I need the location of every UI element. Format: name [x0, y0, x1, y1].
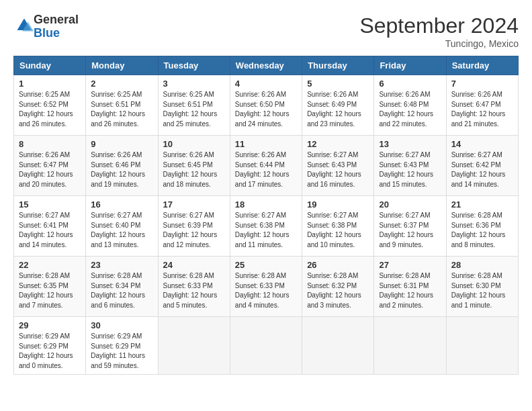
day-info: Sunrise: 6:28 AM Sunset: 6:30 PM Dayligh…: [451, 271, 513, 310]
col-wednesday: Wednesday: [230, 56, 302, 75]
day-number: 10: [163, 139, 225, 149]
day-info: Sunrise: 6:25 AM Sunset: 6:52 PM Dayligh…: [19, 90, 81, 129]
day-number: 1: [19, 79, 81, 89]
day-number: 20: [379, 199, 441, 210]
calendar-week-1: 1 Sunrise: 6:25 AM Sunset: 6:52 PM Dayli…: [14, 75, 519, 136]
day-info: Sunrise: 6:28 AM Sunset: 6:35 PM Dayligh…: [19, 271, 81, 310]
day-number: 3: [163, 79, 225, 89]
calendar-table: Sunday Monday Tuesday Wednesday Thursday…: [13, 56, 519, 375]
day-info: Sunrise: 6:25 AM Sunset: 6:51 PM Dayligh…: [163, 90, 225, 129]
day-info: Sunrise: 6:28 AM Sunset: 6:32 PM Dayligh…: [307, 271, 369, 310]
day-info: Sunrise: 6:28 AM Sunset: 6:33 PM Dayligh…: [235, 271, 297, 310]
day-info: Sunrise: 6:28 AM Sunset: 6:33 PM Dayligh…: [163, 271, 225, 310]
day-info: Sunrise: 6:25 AM Sunset: 6:51 PM Dayligh…: [91, 90, 152, 129]
day-info: Sunrise: 6:28 AM Sunset: 6:36 PM Dayligh…: [451, 211, 513, 250]
day-info: Sunrise: 6:29 AM Sunset: 6:29 PM Dayligh…: [19, 332, 81, 371]
col-sunday: Sunday: [14, 56, 86, 75]
day-info: Sunrise: 6:26 AM Sunset: 6:50 PM Dayligh…: [235, 90, 297, 129]
calendar-day-8: 8 Sunrise: 6:26 AM Sunset: 6:47 PM Dayli…: [14, 136, 86, 196]
day-number: 4: [235, 79, 297, 89]
calendar-day-4: 4 Sunrise: 6:26 AM Sunset: 6:50 PM Dayli…: [230, 75, 302, 136]
calendar-day-6: 6 Sunrise: 6:26 AM Sunset: 6:48 PM Dayli…: [374, 75, 446, 136]
calendar-week-5: 29 Sunrise: 6:29 AM Sunset: 6:29 PM Dayl…: [14, 317, 519, 375]
day-info: Sunrise: 6:28 AM Sunset: 6:34 PM Dayligh…: [91, 271, 152, 310]
day-number: 30: [91, 320, 152, 330]
calendar-day-24: 24 Sunrise: 6:28 AM Sunset: 6:33 PM Dayl…: [158, 257, 230, 317]
calendar-day-15: 15 Sunrise: 6:27 AM Sunset: 6:41 PM Dayl…: [14, 196, 86, 257]
day-info: Sunrise: 6:26 AM Sunset: 6:44 PM Dayligh…: [235, 150, 297, 189]
empty-cell: [302, 317, 374, 375]
calendar-day-22: 22 Sunrise: 6:28 AM Sunset: 6:35 PM Dayl…: [14, 257, 86, 317]
title-section: September 2024 Tuncingo, Mexico: [359, 13, 519, 49]
calendar-day-17: 17 Sunrise: 6:27 AM Sunset: 6:39 PM Dayl…: [158, 196, 230, 257]
day-number: 7: [451, 79, 513, 89]
empty-cell: [158, 317, 230, 375]
calendar-day-9: 9 Sunrise: 6:26 AM Sunset: 6:46 PM Dayli…: [86, 136, 158, 196]
calendar-day-30: 30 Sunrise: 6:29 AM Sunset: 6:29 PM Dayl…: [86, 317, 158, 375]
day-number: 26: [307, 260, 369, 270]
day-info: Sunrise: 6:27 AM Sunset: 6:38 PM Dayligh…: [235, 211, 297, 250]
day-number: 22: [19, 260, 81, 270]
calendar-day-13: 13 Sunrise: 6:27 AM Sunset: 6:43 PM Dayl…: [374, 136, 446, 196]
day-number: 27: [379, 260, 441, 270]
day-number: 25: [235, 260, 297, 270]
day-number: 21: [451, 199, 513, 210]
calendar-day-29: 29 Sunrise: 6:29 AM Sunset: 6:29 PM Dayl…: [14, 317, 86, 375]
day-number: 23: [91, 260, 152, 270]
day-number: 6: [379, 79, 441, 89]
calendar-day-3: 3 Sunrise: 6:25 AM Sunset: 6:51 PM Dayli…: [158, 75, 230, 136]
day-info: Sunrise: 6:28 AM Sunset: 6:31 PM Dayligh…: [379, 271, 441, 310]
day-info: Sunrise: 6:26 AM Sunset: 6:47 PM Dayligh…: [451, 90, 513, 129]
day-info: Sunrise: 6:26 AM Sunset: 6:48 PM Dayligh…: [379, 90, 441, 129]
day-info: Sunrise: 6:26 AM Sunset: 6:45 PM Dayligh…: [163, 150, 225, 189]
calendar-day-21: 21 Sunrise: 6:28 AM Sunset: 6:36 PM Dayl…: [446, 196, 518, 257]
empty-cell: [230, 317, 302, 375]
logo-blue: Blue: [34, 26, 60, 40]
calendar-day-27: 27 Sunrise: 6:28 AM Sunset: 6:31 PM Dayl…: [374, 257, 446, 317]
calendar-day-26: 26 Sunrise: 6:28 AM Sunset: 6:32 PM Dayl…: [302, 257, 374, 317]
logo: General Blue: [13, 13, 79, 40]
calendar-day-12: 12 Sunrise: 6:27 AM Sunset: 6:43 PM Dayl…: [302, 136, 374, 196]
location: Tuncingo, Mexico: [359, 38, 519, 49]
day-number: 12: [307, 139, 369, 149]
day-info: Sunrise: 6:26 AM Sunset: 6:47 PM Dayligh…: [19, 150, 81, 189]
day-number: 8: [19, 139, 81, 149]
day-info: Sunrise: 6:27 AM Sunset: 6:40 PM Dayligh…: [91, 211, 152, 250]
empty-cell: [446, 317, 518, 375]
day-info: Sunrise: 6:27 AM Sunset: 6:42 PM Dayligh…: [451, 150, 513, 189]
logo-general: General: [34, 13, 79, 26]
day-info: Sunrise: 6:26 AM Sunset: 6:46 PM Dayligh…: [91, 150, 152, 189]
day-number: 14: [451, 139, 513, 149]
col-tuesday: Tuesday: [158, 56, 230, 75]
col-monday: Monday: [86, 56, 158, 75]
day-number: 9: [91, 139, 152, 149]
day-number: 16: [91, 199, 152, 210]
calendar-day-28: 28 Sunrise: 6:28 AM Sunset: 6:30 PM Dayl…: [446, 257, 518, 317]
calendar-week-4: 22 Sunrise: 6:28 AM Sunset: 6:35 PM Dayl…: [14, 257, 519, 317]
col-friday: Friday: [374, 56, 446, 75]
day-number: 28: [451, 260, 513, 270]
calendar-day-1: 1 Sunrise: 6:25 AM Sunset: 6:52 PM Dayli…: [14, 75, 86, 136]
calendar-day-5: 5 Sunrise: 6:26 AM Sunset: 6:49 PM Dayli…: [302, 75, 374, 136]
day-info: Sunrise: 6:27 AM Sunset: 6:39 PM Dayligh…: [163, 211, 225, 250]
calendar-day-20: 20 Sunrise: 6:27 AM Sunset: 6:37 PM Dayl…: [374, 196, 446, 257]
page-header: General Blue September 2024 Tuncingo, Me…: [13, 13, 519, 49]
col-thursday: Thursday: [302, 56, 374, 75]
logo-text: General Blue: [34, 13, 79, 40]
day-info: Sunrise: 6:29 AM Sunset: 6:29 PM Dayligh…: [91, 332, 152, 371]
day-number: 24: [163, 260, 225, 270]
calendar-day-23: 23 Sunrise: 6:28 AM Sunset: 6:34 PM Dayl…: [86, 257, 158, 317]
calendar-day-19: 19 Sunrise: 6:27 AM Sunset: 6:38 PM Dayl…: [302, 196, 374, 257]
logo-icon: [15, 16, 34, 35]
day-number: 18: [235, 199, 297, 210]
day-number: 11: [235, 139, 297, 149]
calendar-day-2: 2 Sunrise: 6:25 AM Sunset: 6:51 PM Dayli…: [86, 75, 158, 136]
day-number: 5: [307, 79, 369, 89]
calendar-week-2: 8 Sunrise: 6:26 AM Sunset: 6:47 PM Dayli…: [14, 136, 519, 196]
month-year: September 2024: [359, 13, 519, 38]
day-info: Sunrise: 6:26 AM Sunset: 6:49 PM Dayligh…: [307, 90, 369, 129]
day-number: 19: [307, 199, 369, 210]
col-saturday: Saturday: [446, 56, 518, 75]
calendar-day-25: 25 Sunrise: 6:28 AM Sunset: 6:33 PM Dayl…: [230, 257, 302, 317]
day-info: Sunrise: 6:27 AM Sunset: 6:43 PM Dayligh…: [307, 150, 369, 189]
